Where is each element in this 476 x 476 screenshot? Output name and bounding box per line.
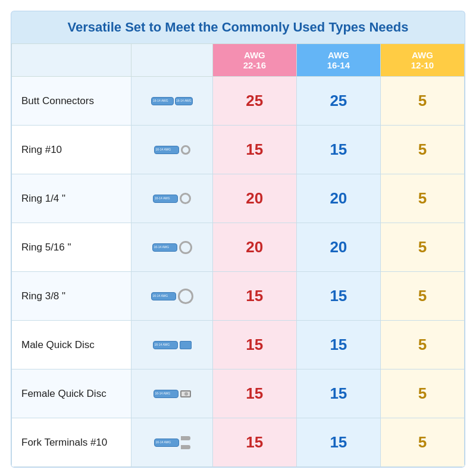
page-header: Versatile Set to Meet the Commonly Used … — [11, 11, 465, 43]
col-awg2-header: AWG 16-14 — [296, 44, 380, 77]
row-name: Female Quick Disc — [12, 369, 131, 418]
row-awg3-val: 5 — [380, 223, 464, 272]
row-awg3-val: 5 — [380, 77, 464, 126]
table-row: Male Quick Disc 15 15 5 — [12, 321, 465, 369]
row-image — [131, 272, 212, 321]
row-awg3-val: 5 — [380, 174, 464, 223]
row-awg1-val: 25 — [212, 77, 296, 126]
row-awg3-val: 5 — [380, 418, 464, 467]
row-awg2-val: 25 — [296, 77, 380, 126]
row-image — [131, 174, 212, 223]
table-row: Ring #10 15 15 5 — [12, 126, 465, 174]
row-awg1-val: 15 — [212, 369, 296, 418]
page: Versatile Set to Meet the Commonly Used … — [0, 0, 476, 476]
row-awg2-val: 20 — [296, 174, 380, 223]
row-awg1-val: 15 — [212, 321, 296, 369]
row-name: Ring 5/16 " — [12, 223, 131, 272]
table-body: Butt Connectors 25 25 5 Ring #10 15 15 5… — [12, 77, 465, 467]
row-awg2-val: 15 — [296, 321, 380, 369]
table-row: Ring 1/4 " 20 20 5 — [12, 174, 465, 223]
table-row: Fork Terminals #10 15 15 5 — [12, 418, 465, 467]
table-row: Butt Connectors 25 25 5 — [12, 77, 465, 126]
col-name-header — [12, 44, 131, 77]
row-awg3-val: 5 — [380, 321, 464, 369]
row-awg1-val: 15 — [212, 126, 296, 174]
row-image — [131, 77, 212, 126]
row-name: Male Quick Disc — [12, 321, 131, 369]
row-name: Fork Terminals #10 — [12, 418, 131, 467]
row-awg1-val: 15 — [212, 272, 296, 321]
row-awg2-val: 15 — [296, 126, 380, 174]
row-awg2-val: 15 — [296, 272, 380, 321]
col-image-header — [131, 44, 212, 77]
row-image — [131, 418, 212, 467]
row-name: Ring 3/8 " — [12, 272, 131, 321]
row-awg3-val: 5 — [380, 126, 464, 174]
table-container: AWG 22-16 AWG 16-14 AWG 12-10 Butt Conne… — [11, 43, 465, 468]
table-row: Ring 5/16 " 20 20 5 — [12, 223, 465, 272]
row-awg2-val: 20 — [296, 223, 380, 272]
row-awg2-val: 15 — [296, 369, 380, 418]
row-awg1-val: 20 — [212, 174, 296, 223]
row-awg3-val: 5 — [380, 369, 464, 418]
row-image — [131, 369, 212, 418]
row-awg1-val: 15 — [212, 418, 296, 467]
table-row: Ring 3/8 " 15 15 5 — [12, 272, 465, 321]
row-awg2-val: 15 — [296, 418, 380, 467]
row-name: Butt Connectors — [12, 77, 131, 126]
col-awg1-header: AWG 22-16 — [212, 44, 296, 77]
header-title: Versatile Set to Meet the Commonly Used … — [68, 20, 409, 35]
row-awg3-val: 5 — [380, 272, 464, 321]
row-name: Ring 1/4 " — [12, 174, 131, 223]
row-image — [131, 126, 212, 174]
table-row: Female Quick Disc 15 15 5 — [12, 369, 465, 418]
col-awg3-header: AWG 12-10 — [380, 44, 464, 77]
table-header-row: AWG 22-16 AWG 16-14 AWG 12-10 — [12, 44, 465, 77]
main-table: AWG 22-16 AWG 16-14 AWG 12-10 Butt Conne… — [11, 43, 465, 467]
row-name: Ring #10 — [12, 126, 131, 174]
row-image — [131, 223, 212, 272]
row-awg1-val: 20 — [212, 223, 296, 272]
row-image — [131, 321, 212, 369]
